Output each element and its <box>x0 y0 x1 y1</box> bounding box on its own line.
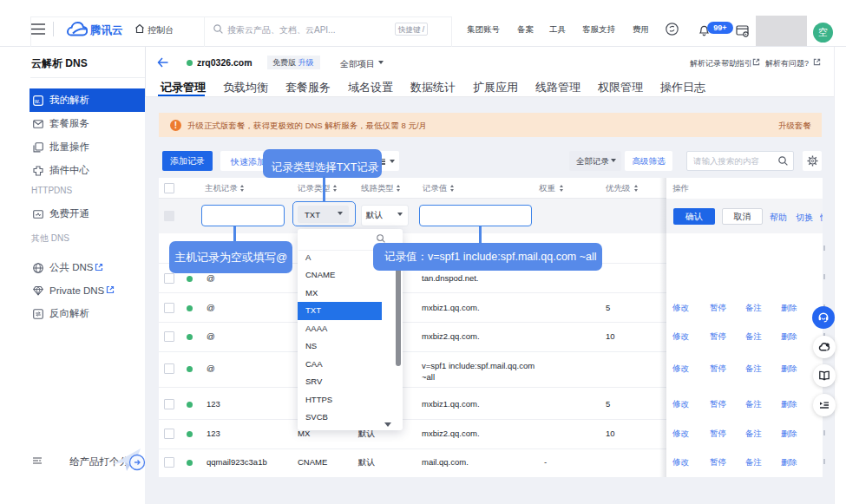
svg-text:w.: w. <box>34 97 40 103</box>
